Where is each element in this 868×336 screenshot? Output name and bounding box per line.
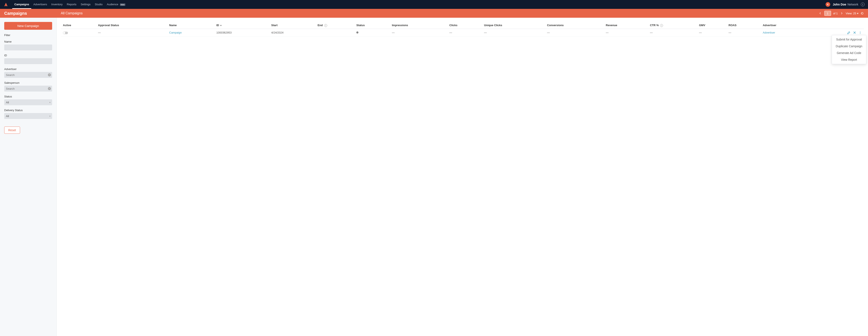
clear-icon[interactable]: ✕ [48, 87, 51, 90]
filter-name-label: Name [4, 40, 52, 43]
delete-button[interactable] [853, 31, 856, 34]
col-id[interactable]: ID ▾ [214, 22, 269, 29]
cell-end [315, 29, 354, 36]
caret-down-icon: ▾ [50, 115, 51, 117]
cell-conversions: — [545, 29, 604, 36]
filter-delivery-label: Delivery Status [4, 109, 52, 112]
page-number-input[interactable] [824, 11, 831, 16]
close-icon [853, 31, 856, 34]
nav-item-advertisers[interactable]: Advertisers [31, 0, 49, 9]
filter-id-label: ID [4, 54, 52, 57]
view-size-dropdown[interactable]: View: 25 ▾ [846, 12, 859, 15]
col-advertiser[interactable]: Advertiser [761, 22, 811, 29]
menu-view-report[interactable]: View Report [832, 56, 866, 63]
table-row: — Campaign 1000362953 4/24/2024 — — — — … [61, 29, 864, 36]
filter-status-label: Status [4, 95, 52, 98]
caret-down-icon: ▾ [857, 12, 859, 15]
active-toggle[interactable] [63, 32, 68, 34]
page-prev-button[interactable] [818, 11, 822, 15]
more-actions-button[interactable] [859, 31, 862, 34]
col-end[interactable]: End i [315, 22, 354, 29]
status-indicator [356, 31, 359, 34]
subheader: Campaigns All Campaigns of 1 View: 25 ▾ [0, 9, 868, 18]
cell-roas: — [726, 29, 761, 36]
new-campaign-button[interactable]: New Campaign [4, 22, 52, 30]
col-end-label: End [317, 24, 323, 27]
menu-generate-code[interactable]: Generate Ad Code [832, 49, 866, 56]
nav-item-campaigns[interactable]: Campaigns [12, 0, 31, 9]
pencil-icon [847, 31, 850, 34]
col-active[interactable]: Active [61, 22, 96, 29]
sort-desc-icon: ▾ [220, 24, 221, 27]
edit-button[interactable] [847, 31, 850, 34]
col-name[interactable]: Name [167, 22, 214, 29]
cell-unique-clicks: — [482, 29, 545, 36]
nav-item-reports[interactable]: Reports [65, 0, 79, 9]
main-content: Active Approval Status Name ID ▾ Start E… [57, 18, 868, 336]
nav-item-studio[interactable]: Studio [93, 0, 105, 9]
filter-heading: Filter [4, 34, 52, 37]
nav-item-label: Audience [107, 3, 118, 6]
filter-id-input[interactable] [4, 58, 52, 64]
col-roas[interactable]: ROAS [726, 22, 761, 29]
col-unique-clicks[interactable]: Unique Clicks [482, 22, 545, 29]
nav-item-audience[interactable]: Audience New [105, 0, 127, 9]
reset-button[interactable]: Reset [4, 127, 20, 134]
filter-advertiser-input[interactable] [4, 72, 52, 78]
nav-item-settings[interactable]: Settings [79, 0, 93, 9]
col-ctr-label: CTR % [650, 24, 659, 27]
col-conversions[interactable]: Conversions [545, 22, 604, 29]
filter-delivery-select[interactable]: All ▾ [4, 113, 52, 119]
svg-point-2 [860, 33, 860, 34]
info-icon[interactable]: i [660, 24, 663, 27]
section-title: All Campaigns [57, 11, 818, 15]
filter-advertiser-label: Advertiser [4, 67, 52, 71]
campaigns-table: Active Approval Status Name ID ▾ Start E… [61, 22, 864, 37]
page-next-button[interactable] [840, 11, 843, 15]
user-context: Network [847, 3, 858, 6]
advertiser-link[interactable]: Advertiser [763, 31, 775, 34]
col-approval[interactable]: Approval Status [96, 22, 167, 29]
filter-salesperson-input[interactable] [4, 86, 52, 92]
menu-duplicate[interactable]: Duplicate Campaign [832, 43, 866, 49]
campaign-name-link[interactable]: Campaign [169, 31, 182, 34]
top-navbar: Campaigns Advertisers Inventory Reports … [0, 0, 868, 9]
chevron-right-icon [840, 12, 843, 15]
view-size-label: View: 25 [846, 12, 856, 15]
logo-icon [4, 2, 8, 7]
col-start[interactable]: Start [269, 22, 315, 29]
col-impressions[interactable]: Impressions [390, 22, 447, 29]
info-icon[interactable]: i [324, 24, 327, 27]
logo[interactable] [3, 2, 8, 7]
cell-clicks: — [447, 29, 482, 36]
avatar[interactable]: K [826, 2, 830, 7]
username: John Doe [833, 3, 846, 6]
page-title: Campaigns [0, 11, 57, 16]
svg-point-1 [860, 32, 860, 33]
caret-down-icon: ▾ [50, 101, 51, 104]
clear-icon[interactable]: ✕ [48, 73, 51, 76]
cell-approval: — [96, 29, 167, 36]
col-ctr[interactable]: CTR % i [648, 22, 697, 29]
filter-status-value: All [6, 101, 9, 104]
row-actions-menu: Submit for Approval Duplicate Campaign G… [832, 35, 866, 64]
col-actions [811, 22, 864, 29]
refresh-button[interactable] [861, 12, 864, 15]
info-icon[interactable]: i [861, 3, 865, 6]
col-revenue[interactable]: Revenue [604, 22, 648, 29]
table-header-row: Active Approval Status Name ID ▾ Start E… [61, 22, 864, 29]
cell-start: 4/24/2024 [269, 29, 315, 36]
col-status[interactable]: Status [354, 22, 390, 29]
filter-status-select[interactable]: All ▾ [4, 99, 52, 105]
user-label[interactable]: John Doe Network [833, 3, 858, 6]
menu-submit-approval[interactable]: Submit for Approval [832, 36, 866, 43]
filter-name-input[interactable] [4, 44, 52, 51]
nav-item-inventory[interactable]: Inventory [49, 0, 65, 9]
chevron-left-icon [819, 12, 822, 15]
filter-delivery-value: All [6, 114, 9, 118]
cell-ctr: — [648, 29, 697, 36]
col-clicks[interactable]: Clicks [447, 22, 482, 29]
refresh-icon [861, 12, 864, 15]
col-gmv[interactable]: GMV [697, 22, 726, 29]
nav-new-badge: New [120, 3, 125, 6]
